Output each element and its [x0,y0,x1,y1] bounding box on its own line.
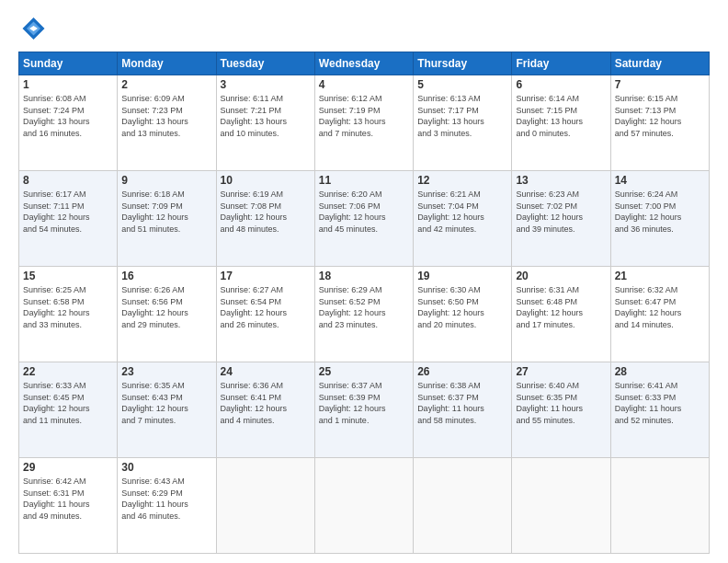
weekday-header-monday: Monday [118,52,216,75]
day-info: Sunrise: 6:14 AM Sunset: 7:15 PM Dayligh… [516,93,606,139]
day-cell: 13Sunrise: 6:23 AM Sunset: 7:02 PM Dayli… [512,171,610,267]
day-info: Sunrise: 6:42 AM Sunset: 6:31 PM Dayligh… [23,476,113,522]
day-cell: 2Sunrise: 6:09 AM Sunset: 7:23 PM Daylig… [118,75,216,171]
day-info: Sunrise: 6:30 AM Sunset: 6:50 PM Dayligh… [417,284,507,330]
week-row-5: 29Sunrise: 6:42 AM Sunset: 6:31 PM Dayli… [19,458,710,554]
day-cell: 26Sunrise: 6:38 AM Sunset: 6:37 PM Dayli… [414,362,512,458]
day-number: 24 [221,365,311,378]
day-cell: 21Sunrise: 6:32 AM Sunset: 6:47 PM Dayli… [610,267,709,362]
day-cell: 6Sunrise: 6:14 AM Sunset: 7:15 PM Daylig… [512,75,610,171]
day-number: 3 [221,78,311,91]
day-cell: 20Sunrise: 6:31 AM Sunset: 6:48 PM Dayli… [512,267,610,362]
weekday-header-saturday: Saturday [610,52,709,75]
day-info: Sunrise: 6:29 AM Sunset: 6:52 PM Dayligh… [319,284,409,330]
day-cell: 14Sunrise: 6:24 AM Sunset: 7:00 PM Dayli… [610,171,709,267]
day-info: Sunrise: 6:24 AM Sunset: 7:00 PM Dayligh… [615,189,705,235]
day-number: 18 [319,270,409,282]
day-cell: 29Sunrise: 6:42 AM Sunset: 6:31 PM Dayli… [19,458,118,554]
page: SundayMondayTuesdayWednesdayThursdayFrid… [0,0,728,563]
day-cell: 15Sunrise: 6:25 AM Sunset: 6:58 PM Dayli… [19,267,118,362]
day-number: 30 [121,461,211,474]
day-info: Sunrise: 6:26 AM Sunset: 6:56 PM Dayligh… [121,284,211,330]
weekday-header-tuesday: Tuesday [216,52,314,75]
day-cell [610,458,709,554]
day-cell [314,458,413,554]
week-row-4: 22Sunrise: 6:33 AM Sunset: 6:45 PM Dayli… [19,362,710,458]
week-row-2: 8Sunrise: 6:17 AM Sunset: 7:11 PM Daylig… [19,171,710,267]
day-cell: 30Sunrise: 6:43 AM Sunset: 6:29 PM Dayli… [118,458,216,554]
day-info: Sunrise: 6:19 AM Sunset: 7:08 PM Dayligh… [221,189,311,235]
day-info: Sunrise: 6:08 AM Sunset: 7:24 PM Dayligh… [23,93,113,139]
day-info: Sunrise: 6:31 AM Sunset: 6:48 PM Dayligh… [516,284,606,330]
weekday-header-row: SundayMondayTuesdayWednesdayThursdayFrid… [19,52,710,75]
day-info: Sunrise: 6:36 AM Sunset: 6:41 PM Dayligh… [221,380,311,426]
day-info: Sunrise: 6:09 AM Sunset: 7:23 PM Dayligh… [121,93,211,139]
day-info: Sunrise: 6:15 AM Sunset: 7:13 PM Dayligh… [615,93,705,139]
day-cell: 8Sunrise: 6:17 AM Sunset: 7:11 PM Daylig… [19,171,118,267]
weekday-header-thursday: Thursday [414,52,512,75]
day-cell: 18Sunrise: 6:29 AM Sunset: 6:52 PM Dayli… [314,267,413,362]
day-cell: 1Sunrise: 6:08 AM Sunset: 7:24 PM Daylig… [19,75,118,171]
day-info: Sunrise: 6:27 AM Sunset: 6:54 PM Dayligh… [221,284,311,330]
day-info: Sunrise: 6:33 AM Sunset: 6:45 PM Dayligh… [23,380,113,426]
header [18,15,710,42]
day-info: Sunrise: 6:41 AM Sunset: 6:33 PM Dayligh… [615,380,705,426]
day-info: Sunrise: 6:21 AM Sunset: 7:04 PM Dayligh… [417,189,507,235]
day-info: Sunrise: 6:35 AM Sunset: 6:43 PM Dayligh… [121,380,211,426]
day-number: 19 [417,270,507,282]
day-cell [512,458,610,554]
day-cell: 22Sunrise: 6:33 AM Sunset: 6:45 PM Dayli… [19,362,118,458]
day-cell: 7Sunrise: 6:15 AM Sunset: 7:13 PM Daylig… [610,75,709,171]
day-cell: 3Sunrise: 6:11 AM Sunset: 7:21 PM Daylig… [216,75,314,171]
day-info: Sunrise: 6:38 AM Sunset: 6:37 PM Dayligh… [417,380,507,426]
day-info: Sunrise: 6:17 AM Sunset: 7:11 PM Dayligh… [23,189,113,235]
day-cell: 11Sunrise: 6:20 AM Sunset: 7:06 PM Dayli… [314,171,413,267]
weekday-header-friday: Friday [512,52,610,75]
day-info: Sunrise: 6:32 AM Sunset: 6:47 PM Dayligh… [615,284,705,330]
day-cell: 19Sunrise: 6:30 AM Sunset: 6:50 PM Dayli… [414,267,512,362]
day-cell: 5Sunrise: 6:13 AM Sunset: 7:17 PM Daylig… [414,75,512,171]
day-number: 6 [516,78,606,91]
day-number: 11 [319,174,409,187]
day-number: 16 [121,270,211,282]
day-info: Sunrise: 6:11 AM Sunset: 7:21 PM Dayligh… [221,93,311,139]
weekday-header-sunday: Sunday [19,52,118,75]
day-info: Sunrise: 6:37 AM Sunset: 6:39 PM Dayligh… [319,380,409,426]
day-number: 9 [121,174,211,187]
day-cell: 24Sunrise: 6:36 AM Sunset: 6:41 PM Dayli… [216,362,314,458]
day-number: 26 [417,365,507,378]
day-number: 20 [516,270,606,282]
day-info: Sunrise: 6:23 AM Sunset: 7:02 PM Dayligh… [516,189,606,235]
day-cell [216,458,314,554]
day-info: Sunrise: 6:43 AM Sunset: 6:29 PM Dayligh… [121,476,211,522]
day-number: 12 [417,174,507,187]
day-cell [414,458,512,554]
week-row-1: 1Sunrise: 6:08 AM Sunset: 7:24 PM Daylig… [19,75,710,171]
day-info: Sunrise: 6:12 AM Sunset: 7:19 PM Dayligh… [319,93,409,139]
logo-icon [18,15,46,42]
day-cell: 4Sunrise: 6:12 AM Sunset: 7:19 PM Daylig… [314,75,413,171]
day-cell: 28Sunrise: 6:41 AM Sunset: 6:33 PM Dayli… [610,362,709,458]
day-number: 13 [516,174,606,187]
day-number: 25 [319,365,409,378]
day-number: 28 [615,365,705,378]
day-number: 21 [615,270,705,282]
day-cell: 23Sunrise: 6:35 AM Sunset: 6:43 PM Dayli… [118,362,216,458]
day-info: Sunrise: 6:25 AM Sunset: 6:58 PM Dayligh… [23,284,113,330]
day-number: 10 [221,174,311,187]
day-info: Sunrise: 6:20 AM Sunset: 7:06 PM Dayligh… [319,189,409,235]
day-cell: 12Sunrise: 6:21 AM Sunset: 7:04 PM Dayli… [414,171,512,267]
day-info: Sunrise: 6:13 AM Sunset: 7:17 PM Dayligh… [417,93,507,139]
calendar-table: SundayMondayTuesdayWednesdayThursdayFrid… [18,52,710,554]
day-number: 23 [121,365,211,378]
day-number: 14 [615,174,705,187]
day-cell: 10Sunrise: 6:19 AM Sunset: 7:08 PM Dayli… [216,171,314,267]
day-number: 22 [23,365,113,378]
day-cell: 16Sunrise: 6:26 AM Sunset: 6:56 PM Dayli… [118,267,216,362]
day-number: 4 [319,78,409,91]
day-number: 7 [615,78,705,91]
day-number: 2 [121,78,211,91]
day-number: 15 [23,270,113,282]
week-row-3: 15Sunrise: 6:25 AM Sunset: 6:58 PM Dayli… [19,267,710,362]
weekday-header-wednesday: Wednesday [314,52,413,75]
